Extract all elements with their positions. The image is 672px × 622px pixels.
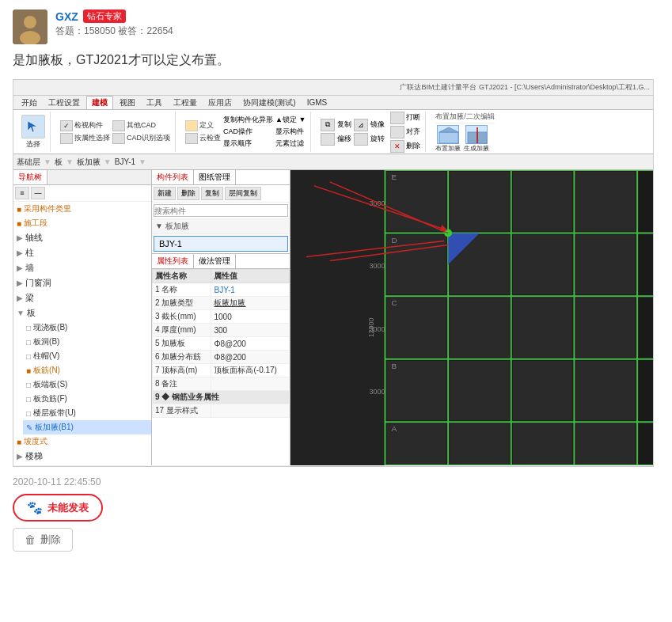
filter-bar: 基础层 ▼ 板 ▼ 板加腋 ▼ BJY-1 ▼ bbox=[13, 154, 653, 170]
svg-rect-36 bbox=[575, 361, 636, 421]
inter-floor-copy-button[interactable]: 层间复制 bbox=[225, 187, 261, 200]
props-col-value: 属性值 bbox=[211, 270, 290, 283]
title-text: 广联达BIM土建计量平台 GTJ2021 - [C:\Users\Adminis… bbox=[400, 82, 650, 93]
tree-collapse-btn[interactable]: — bbox=[31, 187, 45, 199]
tab-project[interactable]: 工程设置 bbox=[44, 97, 85, 109]
copy-comp-button[interactable]: 复制 bbox=[201, 187, 223, 200]
svg-rect-28 bbox=[575, 235, 636, 295]
comp-category-header: ▼ 板加腋 bbox=[152, 219, 290, 234]
svg-marker-3 bbox=[28, 121, 37, 132]
cad-grid-svg: 3000 3000 3000 3000 12000 E D C B A bbox=[290, 170, 653, 465]
tree-item-slab-hole[interactable]: □ 板洞(B) bbox=[23, 335, 151, 349]
filter-type-label: 板 bbox=[55, 157, 63, 168]
check-component-button[interactable]: ✓ 检视构件 bbox=[60, 120, 103, 131]
publish-icon: 🐾 bbox=[27, 500, 43, 515]
delete-label: 删除 bbox=[40, 533, 61, 547]
bottom-area: 2020-10-11 22:45:50 🐾 未能发表 🗑 删除 bbox=[13, 476, 659, 552]
methods-tab[interactable]: 做法管理 bbox=[194, 254, 236, 268]
cad-ops-button[interactable]: 其他CAD bbox=[112, 120, 170, 131]
cloud-check-button[interactable]: 云检查 bbox=[185, 133, 221, 144]
comp-list-tab[interactable]: 构件列表 bbox=[152, 170, 194, 184]
tab-model[interactable]: 建模 bbox=[86, 96, 113, 109]
tree-item-constr-section[interactable]: ■ 施工段 bbox=[13, 216, 151, 230]
main-text: 是加腋板，GTJ2021才可以定义布置。 bbox=[13, 51, 659, 70]
tree-item-neg-rebar[interactable]: □ 板负筋(F) bbox=[23, 392, 151, 406]
publish-button[interactable]: 🐾 未能发表 bbox=[13, 494, 103, 521]
drawings-tab[interactable]: 图纸管理 bbox=[194, 170, 236, 184]
tab-view[interactable]: 视图 bbox=[115, 97, 140, 109]
username[interactable]: GXZ bbox=[55, 10, 78, 23]
middle-panel-tabs: 构件列表 图纸管理 bbox=[152, 170, 290, 185]
tree-item-slab[interactable]: ▼ 板 bbox=[13, 305, 151, 320]
svg-rect-4 bbox=[439, 132, 458, 143]
tree-item-col-cap[interactable]: □ 柱帽(V) bbox=[23, 349, 151, 363]
tab-collab[interactable]: 协同建模(测试) bbox=[238, 97, 301, 109]
tree-item-cast-slab[interactable]: □ 现浇板(B) bbox=[23, 320, 151, 335]
tree-item-slab-haunch[interactable]: ✎ 板加腋(B1) bbox=[23, 420, 151, 434]
timestamp: 2020-10-11 22:45:50 bbox=[13, 476, 659, 487]
comp-list: BJY-1 bbox=[152, 234, 290, 253]
tree-toolbar: ≡ — bbox=[13, 185, 151, 202]
svg-rect-30 bbox=[450, 298, 510, 358]
comp-item-bjy1[interactable]: BJY-1 bbox=[154, 236, 288, 252]
user-name-row: GXZ 钻石专家 bbox=[55, 9, 173, 23]
svg-rect-9 bbox=[290, 170, 385, 465]
define-button[interactable]: 定义 bbox=[185, 120, 221, 131]
delete-button[interactable]: 🗑 删除 bbox=[13, 528, 73, 552]
software-screenshot: 广联达BIM土建计量平台 GTJ2021 - [C:\Users\Adminis… bbox=[13, 79, 654, 467]
svg-rect-27 bbox=[513, 235, 573, 295]
generate-haunch-button[interactable]: 生成加腋 bbox=[464, 125, 489, 153]
tab-apps[interactable]: 应用店 bbox=[203, 97, 237, 109]
attr-select-button[interactable]: 按属性选择 bbox=[60, 133, 110, 144]
tab-igms[interactable]: IGMS bbox=[302, 97, 332, 108]
tree-item-slab-rebar[interactable]: ■ 板筋(N) bbox=[23, 363, 151, 377]
tab-tools[interactable]: 工具 bbox=[142, 97, 167, 109]
cad-settings-button[interactable]: CAD识别选项 bbox=[112, 133, 170, 144]
attr-list-tab[interactable]: 属性列表 bbox=[152, 254, 194, 268]
tab-start[interactable]: 开始 bbox=[17, 97, 42, 109]
search-bar bbox=[152, 203, 290, 219]
tree-item-wall[interactable]: ▶ 墙 bbox=[13, 260, 151, 275]
tab-quantity[interactable]: 工程量 bbox=[169, 97, 202, 109]
tree-item-slab-end[interactable]: □ 板端板(S) bbox=[23, 377, 151, 392]
ribbon-tabs: 开始 工程设置 建模 视图 工具 工程量 应用店 协同建模(测试) IGMS bbox=[13, 96, 653, 110]
tree-item-slope[interactable]: ■ 坡度式 bbox=[13, 434, 151, 449]
software-ui: 广联达BIM土建计量平台 GTJ2021 - [C:\Users\Adminis… bbox=[13, 80, 653, 466]
tree-item-finish[interactable]: ▶ 装修 bbox=[13, 464, 151, 465]
svg-text:C: C bbox=[391, 298, 397, 307]
comp-list-section: 构件列表 图纸管理 新建 删除 复制 层间复制 bbox=[152, 170, 290, 253]
svg-rect-32 bbox=[575, 298, 636, 358]
prop-row-4: 4 厚度(mm) 300 bbox=[153, 324, 290, 337]
expert-badge: 钻石专家 bbox=[83, 9, 126, 23]
tree-expand-btn[interactable]: ≡ bbox=[15, 187, 29, 199]
tree-item-types[interactable]: ■ 采用构件类里 bbox=[13, 202, 151, 216]
svg-text:E: E bbox=[391, 173, 397, 181]
props-col-name: 属性名称 bbox=[153, 270, 211, 283]
panel-tabs: 导航树 bbox=[13, 170, 151, 185]
toolbar-group-layout: 布置加腋/二次编辑 布置加腋 bbox=[431, 112, 499, 152]
cursor-icon bbox=[21, 115, 45, 138]
delete-comp-button[interactable]: 删除 bbox=[177, 187, 199, 200]
main-area: 导航树 ≡ — ■ 采用构件类里 ■ 施工段 bbox=[13, 170, 653, 465]
publish-btn-container: 🐾 未能发表 bbox=[13, 494, 659, 521]
select-button[interactable]: 选择 bbox=[21, 115, 45, 150]
svg-rect-23 bbox=[513, 172, 573, 232]
tree-item-beam[interactable]: ▶ 梁 bbox=[13, 290, 151, 305]
search-input[interactable] bbox=[154, 204, 288, 217]
prop-row-9: 9 ◆ 钢筋业务属性 bbox=[153, 391, 290, 404]
props-section: 属性列表 做法管理 属性名称 属性值 bbox=[152, 253, 290, 465]
cad-canvas[interactable]: 3000 3000 3000 3000 12000 E D C B A bbox=[290, 170, 653, 465]
delete-icon: 🗑 bbox=[25, 533, 36, 546]
tree-item-stair[interactable]: ▶ 楼梯 bbox=[13, 449, 151, 464]
tree-item-door[interactable]: ▶ 门窗洞 bbox=[13, 275, 151, 290]
tree-item-floor-band[interactable]: □ 楼层板带(U) bbox=[23, 406, 151, 420]
svg-rect-22 bbox=[450, 172, 510, 232]
nav-tree-tab[interactable]: 导航树 bbox=[13, 170, 47, 184]
new-comp-button[interactable]: 新建 bbox=[154, 187, 176, 200]
filter-name-label: BJY-1 bbox=[115, 157, 135, 166]
layout-haunch-button[interactable]: 布置加腋 bbox=[435, 125, 461, 153]
tree-item-column[interactable]: ▶ 柱 bbox=[13, 245, 151, 260]
tree-list: ■ 采用构件类里 ■ 施工段 ▶ 轴线 ▶ 柱 bbox=[13, 202, 151, 465]
tree-item-axis[interactable]: ▶ 轴线 bbox=[13, 230, 151, 245]
props-tabs: 属性列表 做法管理 bbox=[152, 254, 290, 269]
